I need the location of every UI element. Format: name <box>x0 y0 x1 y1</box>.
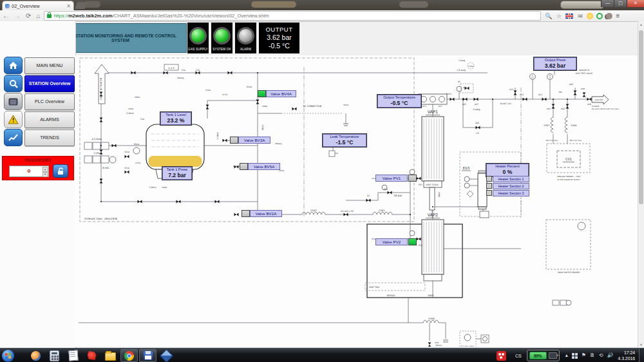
station-overview-button[interactable]: STATION Overview <box>24 75 75 92</box>
valve-bv2a-label: Valve BV2A <box>250 210 282 217</box>
diagram-annotation: E03 <box>463 166 470 170</box>
sync-icon[interactable]: ⟲ <box>599 349 603 362</box>
translate-flag-icon[interactable] <box>565 14 573 19</box>
open-lock-icon <box>57 167 64 175</box>
diagram-annotation: 18barg <box>435 344 442 347</box>
pipe-junction <box>492 99 493 100</box>
valve-bv5a-indicator <box>240 163 248 170</box>
sidebar-item-station-overview[interactable]: STATION Overview <box>4 75 75 92</box>
diagram-annotation: GAS TEST VALVE <box>576 72 592 75</box>
show-desktop-button[interactable] <box>639 348 644 362</box>
mail-extension-icon[interactable]: ✉ <box>576 12 583 19</box>
pipe-junction <box>462 99 464 100</box>
volume-icon[interactable]: 🔊 <box>607 349 614 362</box>
taskbar-calculator[interactable] <box>46 349 63 362</box>
hidden-icons-arrow[interactable]: ▴ <box>565 349 568 362</box>
diagram-annotation: V A P <box>168 67 175 70</box>
start-button[interactable] <box>2 350 14 362</box>
maximize-button[interactable]: ▢ <box>614 0 627 7</box>
taskbar-virtualbox[interactable] <box>158 349 175 362</box>
password-spinner[interactable]: ▲▼ <box>43 167 48 175</box>
flag-icon[interactable]: ⚑ <box>582 349 586 362</box>
diagram-annotation: 12 <box>549 77 551 79</box>
home-icon[interactable]: ⌂ <box>36 11 40 21</box>
diagram-annotation: N2 CONNECTION <box>303 105 322 108</box>
valve-symbol <box>417 238 421 241</box>
valve-symbol <box>514 91 517 95</box>
valve-symbol <box>228 71 232 75</box>
diagram-annotation: A18 <box>587 103 591 106</box>
taskbar-explorer[interactable] <box>102 349 119 362</box>
taskbar-planet-app[interactable] <box>27 349 44 362</box>
sidebar-item-alarms[interactable]: ! ALARMS <box>4 111 75 128</box>
diagram-annotation: PV2 <box>419 244 422 247</box>
diagram-annotation: 19barg <box>177 77 184 79</box>
page-scrollbar[interactable]: ▲ ▼ <box>638 21 644 348</box>
diagram-annotation: V40A <box>162 186 167 189</box>
valve-symbol <box>292 108 297 111</box>
tank-level-value: 23.2 % <box>167 117 185 124</box>
scroll-down-icon[interactable]: ▼ <box>638 343 644 347</box>
diagram-annotation: A12 <box>520 93 524 96</box>
status-extension-icon[interactable] <box>596 13 603 19</box>
battery-indicator[interactable]: 99% <box>527 350 560 361</box>
bookmark-star-icon[interactable]: ☆ <box>555 12 562 19</box>
indicator-system-ok: SYSTEM OK <box>211 23 232 53</box>
sidebar-item-plc-overview[interactable]: PLC Overview <box>4 93 75 110</box>
diagram-annotation: PIPE H.D. hose <box>546 140 558 142</box>
windows-flag-icon <box>5 352 12 359</box>
forward-icon[interactable]: → <box>14 11 21 21</box>
password-input[interactable]: 0 ▲▼ <box>9 166 49 177</box>
pipe-lines <box>79 69 591 341</box>
valve-pv1-indicator <box>408 175 417 182</box>
diagram-annotation: A13 <box>509 88 513 91</box>
close-window-button[interactable]: ✕ <box>627 0 644 7</box>
svg-text:!: ! <box>12 117 14 124</box>
heater-section2-label: Heater Section 2 <box>493 183 529 189</box>
diagram-annotation: V88A <box>262 105 268 108</box>
main-menu-button[interactable]: MAIN MENU <box>24 57 75 74</box>
zoom-extension-icon[interactable]: 🔍 <box>545 12 552 19</box>
diagram-annotation: GAS WAY <box>595 99 603 101</box>
session-extension-icon[interactable] <box>606 13 612 19</box>
sidebar-item-trends[interactable]: TRENDS <box>4 129 75 146</box>
ssl-lock-icon[interactable] <box>47 14 52 18</box>
language-indicator[interactable]: CS <box>515 354 522 358</box>
diagram-annotation: DN80 <box>438 192 440 197</box>
diagram-annotation: A10 <box>463 86 467 89</box>
refresh-icon[interactable]: ⟳ <box>26 11 31 21</box>
tray-app-icon[interactable] <box>497 351 506 361</box>
weather-extension-icon[interactable] <box>587 13 593 19</box>
browser-tab[interactable]: 02_Overview ✕ <box>2 1 74 10</box>
minimize-button[interactable]: — <box>601 0 614 7</box>
scroll-up-icon[interactable]: ▲ <box>638 23 644 26</box>
chrome-menu-icon[interactable]: ≡ <box>616 12 620 19</box>
taskbar-remote-tool[interactable] <box>83 349 100 362</box>
taskbar-chrome[interactable] <box>120 349 138 362</box>
vent-stack <box>430 187 435 210</box>
instrument-circle <box>566 300 571 305</box>
valve-bv4a-indicator <box>258 90 266 97</box>
plc-overview-button[interactable]: PLC Overview <box>24 93 75 110</box>
scrollbar-thumb[interactable] <box>639 30 643 204</box>
unlock-button[interactable] <box>53 164 68 178</box>
diagram-annotation: VAP1 <box>428 110 439 115</box>
sidebar-item-main-menu[interactable]: MAIN MENU <box>4 57 75 74</box>
url-bar[interactable]: https://m2web.talk2m.com/CHART_ASMaardu/… <box>44 11 541 21</box>
diagram-annotation: DVB <box>581 88 585 90</box>
taskbar-scada-app[interactable] <box>139 349 156 362</box>
diagram-annotation: BYPASS <box>387 294 395 297</box>
instrument-circle <box>133 148 140 154</box>
background-window-blob <box>399 1 428 8</box>
close-tab-icon[interactable]: ✕ <box>66 3 71 9</box>
document-icon[interactable]: 🗎 <box>590 349 595 362</box>
diagram-annotation: V17A <box>222 93 228 96</box>
windows-icon[interactable] <box>572 353 578 359</box>
leak-temp-readout: Leak Temperature -1.5 °C <box>323 134 366 147</box>
back-icon[interactable]: ← <box>3 11 9 21</box>
alarms-button[interactable]: ALARMS <box>24 111 75 128</box>
trends-button[interactable]: TRENDS <box>24 129 75 146</box>
taskbar-notepad[interactable] <box>64 349 82 362</box>
tray-clock[interactable]: 17:24 4.3.2016 <box>618 350 635 361</box>
new-tab-button[interactable] <box>75 2 88 9</box>
